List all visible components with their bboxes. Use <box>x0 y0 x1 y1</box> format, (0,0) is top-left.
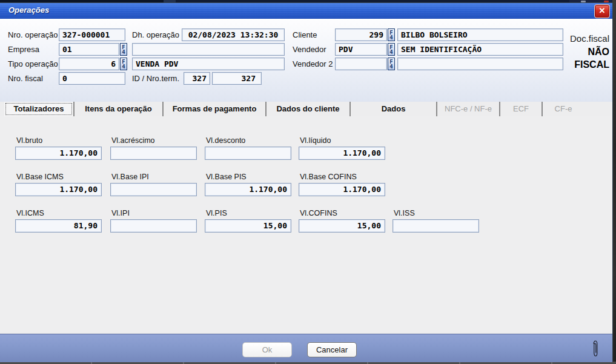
vl-base-pis-group: Vl.Base PIS 1.170,00 <box>205 173 291 196</box>
tipo-operacao-field[interactable]: 6 <box>59 58 119 70</box>
doc-fiscal-value: NÃO FISCAL <box>574 45 609 71</box>
vl-cofins-field[interactable]: 15,00 <box>299 219 385 233</box>
totalizadores-panel: Vl.bruto 1.170,00 Vl.acréscimo Vl.descon… <box>0 116 612 334</box>
nro-operacao-field[interactable]: 327-000001 <box>59 28 125 41</box>
vl-icms-label: Vl.ICMS <box>15 209 102 218</box>
attachment-paperclip-icon[interactable] <box>592 340 599 358</box>
tab-ecf: ECF <box>499 102 541 116</box>
vl-bruto-label: Vl.bruto <box>15 136 102 145</box>
nro-term-field[interactable]: 327 <box>212 72 262 85</box>
empresa-f4-lookup-button[interactable]: F4 <box>120 43 127 56</box>
vl-base-cofins-field[interactable]: 1.170,00 <box>299 183 385 196</box>
tipo-operacao-desc-field[interactable]: VENDA PDV <box>132 58 285 70</box>
background-window-icon <box>581 1 586 2</box>
vl-base-ipi-label: Vl.Base IPI <box>110 173 197 182</box>
tab-formas-de-pagamento[interactable]: Formas de pagamento <box>162 102 265 116</box>
dh-operacao-field[interactable]: 02/08/2023 13:32:30 <box>182 28 285 41</box>
id-term-label: ID / Nro.term. <box>132 72 179 85</box>
tab-cfe: CF-e <box>541 102 584 116</box>
vl-bruto-group: Vl.bruto 1.170,00 <box>15 136 102 160</box>
cliente-name-field[interactable]: BILBO BOLSEIRO <box>397 28 563 41</box>
cliente-label: Cliente <box>293 28 317 41</box>
vl-iss-field[interactable] <box>392 219 479 233</box>
vl-base-icms-group: Vl.Base ICMS 1.170,00 <box>15 173 102 196</box>
vendedor2-label: Vendedor 2 <box>293 58 333 70</box>
empresa-desc-field[interactable] <box>132 43 285 56</box>
vl-icms-group: Vl.ICMS 81,90 <box>15 209 102 233</box>
vl-liquido-group: Vl.líquido 1.170,00 <box>299 136 385 160</box>
tab-strip: Totalizadores Itens da operação Formas d… <box>0 102 612 116</box>
vl-base-pis-field[interactable]: 1.170,00 <box>205 183 291 196</box>
vl-pis-field[interactable]: 15,00 <box>205 219 291 233</box>
vendedor2-f4-lookup-button[interactable]: F4 <box>388 58 395 70</box>
vl-cofins-label: Vl.COFINS <box>299 209 385 218</box>
vl-base-pis-label: Vl.Base PIS <box>205 173 291 182</box>
dialog-title: Operações <box>8 5 49 15</box>
vendedor2-code-field[interactable] <box>335 58 387 70</box>
nro-fiscal-label: Nro. fiscal <box>8 72 43 85</box>
operation-header-form: Nro. operação 327-000001 Dh. operação 02… <box>0 19 612 102</box>
vendedor-name-field[interactable]: SEM IDENTIFICAÇÃO <box>397 43 563 56</box>
empresa-field[interactable]: 01 <box>59 43 119 56</box>
vl-iss-group: Vl.ISS <box>392 209 479 233</box>
cancel-button[interactable]: Cancelar <box>307 342 357 357</box>
nro-operacao-label: Nro. operação <box>8 28 58 41</box>
vl-base-cofins-label: Vl.Base COFINS <box>299 173 385 182</box>
desktop-right-strip <box>612 0 616 364</box>
vendedor-code-field[interactable]: PDV <box>335 43 387 56</box>
tab-dados-complementares[interactable]: Dados complementares <box>349 102 436 116</box>
vl-ipi-label: Vl.IPI <box>110 209 197 218</box>
vendedor-label: Vendedor <box>293 43 326 56</box>
vl-iss-label: Vl.ISS <box>392 209 479 218</box>
vl-acrescimo-label: Vl.acréscimo <box>110 136 197 145</box>
vl-base-ipi-group: Vl.Base IPI <box>110 173 197 196</box>
vl-base-ipi-field[interactable] <box>110 183 197 196</box>
vl-base-icms-label: Vl.Base ICMS <box>15 173 102 182</box>
vl-ipi-field[interactable] <box>110 219 197 233</box>
vl-pis-label: Vl.PIS <box>205 209 291 218</box>
vl-pis-group: Vl.PIS 15,00 <box>205 209 291 233</box>
background-window-icon <box>604 1 609 2</box>
vl-ipi-group: Vl.IPI <box>110 209 197 233</box>
cliente-f4-lookup-button[interactable]: F4 <box>388 28 395 41</box>
tab-dados-do-cliente[interactable]: Dados do cliente <box>265 102 349 116</box>
vl-acrescimo-group: Vl.acréscimo <box>110 136 197 160</box>
tab-totalizadores[interactable]: Totalizadores <box>4 102 73 116</box>
dialog-titlebar: Operações ✕ <box>0 3 612 19</box>
doc-fiscal-label: Doc.fiscal <box>570 33 609 44</box>
vl-liquido-field[interactable]: 1.170,00 <box>299 147 385 160</box>
vl-base-icms-field[interactable]: 1.170,00 <box>15 183 102 196</box>
vl-desconto-field[interactable] <box>205 147 291 160</box>
ok-button[interactable]: Ok <box>242 342 292 357</box>
dialog-footer: Ok Cancelar <box>0 334 612 362</box>
tab-itens-da-operacao[interactable]: Itens da operação <box>73 102 162 116</box>
vl-cofins-group: Vl.COFINS 15,00 <box>299 209 385 233</box>
close-icon[interactable]: ✕ <box>594 4 610 18</box>
vendedor2-name-field[interactable] <box>397 58 563 70</box>
vendedor-f4-lookup-button[interactable]: F4 <box>388 43 395 56</box>
nro-fiscal-field[interactable]: 0 <box>59 72 125 85</box>
cliente-code-field[interactable]: 299 <box>335 28 387 41</box>
vl-bruto-field[interactable]: 1.170,00 <box>15 147 102 160</box>
vl-acrescimo-field[interactable] <box>110 147 197 160</box>
dh-operacao-label: Dh. operação <box>132 28 179 41</box>
empresa-label: Empresa <box>8 43 39 56</box>
vl-icms-field[interactable]: 81,90 <box>15 219 102 233</box>
vl-desconto-group: Vl.desconto <box>205 136 291 160</box>
tipo-operacao-label: Tipo operação <box>8 58 58 70</box>
id-field[interactable]: 327 <box>184 72 210 85</box>
tab-nfce-nfe: NFC-e / NF-e <box>436 102 499 116</box>
vl-desconto-label: Vl.desconto <box>205 136 291 145</box>
vl-liquido-label: Vl.líquido <box>299 136 385 145</box>
vl-base-cofins-group: Vl.Base COFINS 1.170,00 <box>299 173 385 196</box>
operacoes-dialog: Operações ✕ Nro. operação 327-000001 Dh.… <box>0 3 612 362</box>
tipo-operacao-f4-lookup-button[interactable]: F4 <box>120 58 127 70</box>
